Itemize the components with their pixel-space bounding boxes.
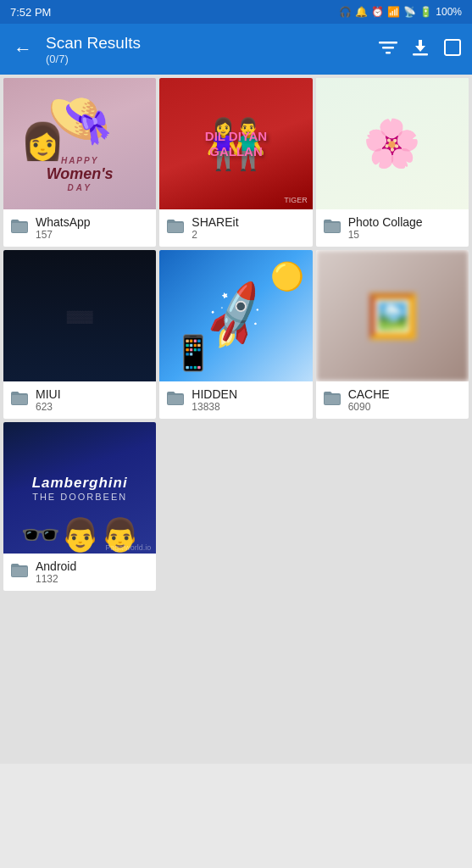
svg-rect-1 [382,47,394,49]
top-actions [379,38,462,61]
thumb-android: Lamberghini THE DOORBEEN 🕶️👨👨 Pagalworld… [3,422,156,554]
grid-info-whatsapp: WhatsApp 157 [3,209,156,247]
svg-rect-7 [325,223,340,232]
grid-item-whatsapp[interactable]: 👒 👩 HAPPY Women's DAY WhatsApp 157 [3,78,156,247]
svg-rect-0 [379,42,397,44]
view-button[interactable] [443,38,462,61]
grid-item-cache[interactable]: 🖼️ CACHE 6090 [316,250,469,419]
scan-results-grid: 👒 👩 HAPPY Women's DAY WhatsApp 157 [0,75,472,594]
signal-icon: 📶 [387,6,400,18]
thumb-cache: 🖼️ [316,250,469,381]
folder-icon-cache [323,391,342,409]
grid-info-hidden: HIDDEN 13838 [159,381,312,419]
top-bar: ← Scan Results (0/7) [0,24,472,75]
page-title: Scan Results [46,34,369,53]
grid-info-android: Android 1132 [3,554,156,591]
page-subtitle: (0/7) [46,53,369,65]
grid-info-cache: CACHE 6090 [316,381,469,419]
grid-name-miui: MIUI [36,387,61,401]
grid-count-cache: 6090 [348,401,390,413]
download-button[interactable] [411,38,430,61]
svg-rect-10 [325,395,340,404]
battery-percent: 100% [436,6,462,18]
grid-info-photocollage: Photo Collage 15 [316,209,469,247]
status-time: 7:52 PM [10,6,51,19]
grid-name-photocollage: Photo Collage [348,215,423,229]
grid-item-android[interactable]: Lamberghini THE DOORBEEN 🕶️👨👨 Pagalworld… [3,422,156,591]
grid-item-hidden[interactable]: 📱 🚀 🟡 HIDDEN 13838 [159,250,312,419]
grid-item-miui[interactable]: ▓▓▓ MIUI 623 [3,250,156,419]
notification-icon: 🔔 [355,6,368,18]
grid-name-hidden: HIDDEN [192,387,237,401]
alarm-icon: ⏰ [371,6,384,18]
empty-space [0,594,472,764]
grid-count-hidden: 13838 [192,401,237,413]
folder-icon-hidden [166,391,185,409]
status-bar: 7:52 PM 🎧 🔔 ⏰ 📶 📡 🔋 100% [0,0,472,24]
thumb-photocollage: 🌸 [316,78,469,209]
battery-icon: 🔋 [419,6,432,18]
svg-rect-2 [386,52,391,54]
grid-name-android: Android [36,559,76,573]
folder-icon-android [10,563,29,581]
grid-count-photocollage: 15 [348,229,423,241]
folder-icon-shareit [166,219,185,237]
title-block: Scan Results (0/7) [46,34,369,65]
folder-icon-miui [10,391,29,409]
thumb-miui: ▓▓▓ [3,250,156,381]
grid-item-photocollage[interactable]: 🌸 Photo Collage 15 [316,78,469,247]
svg-rect-8 [12,395,27,404]
svg-rect-11 [12,567,27,576]
grid-name-cache: CACHE [348,387,390,401]
grid-info-miui: MIUI 623 [3,381,156,419]
thumb-whatsapp: 👒 👩 HAPPY Women's DAY [3,78,156,209]
grid-count-whatsapp: 157 [36,229,91,241]
thumb-hidden: 📱 🚀 🟡 [159,250,312,381]
grid-count-shareit: 2 [192,229,238,241]
wifi-icon: 📡 [403,6,416,18]
svg-rect-9 [168,395,183,404]
back-button[interactable]: ← [10,35,36,64]
grid-name-shareit: SHAREit [192,215,238,229]
grid-count-miui: 623 [36,401,61,413]
svg-rect-3 [413,53,428,56]
thumb-shareit: 👫 DIL DIYAN GALLAN TIGER [159,78,312,209]
folder-icon-photocollage [323,219,342,237]
grid-item-shareit[interactable]: 👫 DIL DIYAN GALLAN TIGER SHAREit 2 [159,78,312,247]
status-icons: 🎧 🔔 ⏰ 📶 📡 🔋 100% [339,6,462,18]
svg-rect-5 [12,223,27,232]
svg-rect-6 [168,223,183,232]
filter-button[interactable] [379,40,397,59]
folder-icon-whatsapp [10,219,29,237]
svg-rect-4 [445,40,460,55]
grid-info-shareit: SHAREit 2 [159,209,312,247]
grid-count-android: 1132 [36,573,76,585]
headphone-icon: 🎧 [339,6,352,18]
grid-name-whatsapp: WhatsApp [36,215,91,229]
